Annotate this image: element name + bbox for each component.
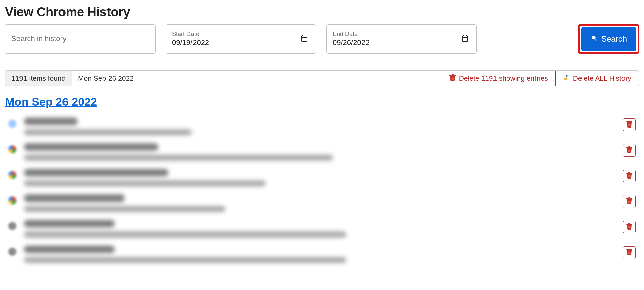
trash-icon (626, 146, 632, 154)
trash-icon (449, 74, 456, 83)
trash-icon (626, 223, 632, 231)
end-date-label: End Date (333, 31, 470, 38)
history-item-text (24, 246, 638, 263)
trash-icon (626, 197, 632, 206)
history-item-subtitle (24, 206, 225, 212)
magnifier-icon (591, 34, 598, 44)
svg-rect-16 (628, 175, 631, 177)
date-group-heading[interactable]: Mon Sep 26 2022 (5, 95, 97, 108)
history-scroll-area[interactable]: Mon Sep 26 2022 (5, 93, 639, 280)
favicon (8, 196, 16, 205)
history-item-text (24, 143, 638, 161)
start-date-field[interactable]: Start Date 09/19/2022 (166, 24, 316, 54)
delete-item-button[interactable] (623, 246, 636, 259)
start-date-value: 09/19/2022 (172, 38, 310, 47)
history-item-subtitle (24, 231, 346, 238)
history-item[interactable] (5, 191, 639, 217)
broom-icon (563, 74, 570, 83)
end-date-value: 09/26/2022 (333, 38, 470, 47)
delete-all-label: Delete ALL History (573, 74, 631, 82)
svg-rect-19 (628, 201, 631, 203)
trash-icon (626, 172, 632, 180)
delete-item-button[interactable] (623, 170, 636, 182)
history-item[interactable] (5, 217, 639, 242)
info-actions: Delete 1191 showing entries Delete ALL H… (442, 71, 639, 86)
favicon (8, 248, 16, 256)
svg-rect-12 (628, 146, 630, 147)
history-item[interactable] (5, 242, 639, 268)
search-row: Start Date 09/19/2022 End Date 09/26/202… (5, 24, 639, 54)
trash-icon (626, 121, 632, 129)
svg-rect-5 (565, 74, 568, 78)
page-title: View Chrome History (5, 5, 639, 20)
history-item-title (24, 220, 115, 227)
svg-rect-18 (628, 197, 630, 198)
history-item-text (24, 118, 638, 135)
delete-showing-label: Delete 1191 showing entries (459, 74, 548, 82)
svg-rect-21 (628, 223, 630, 224)
search-button[interactable]: Search (581, 27, 636, 51)
history-item-title (24, 118, 78, 125)
favicon (8, 222, 16, 230)
svg-rect-24 (628, 249, 630, 250)
history-item-text (24, 194, 638, 212)
favicon (8, 171, 16, 179)
history-item-text (24, 220, 638, 238)
history-item-title (24, 194, 125, 202)
history-item-title (24, 246, 115, 253)
svg-rect-9 (628, 121, 630, 122)
svg-rect-13 (628, 150, 631, 152)
divider (5, 64, 639, 64)
info-bar: 1191 items found Mon Sep 26 2022 Delete … (5, 70, 639, 86)
calendar-icon[interactable] (461, 34, 469, 44)
svg-rect-25 (628, 252, 631, 254)
svg-rect-3 (452, 74, 454, 75)
svg-rect-15 (628, 172, 630, 173)
history-item-text (24, 169, 638, 186)
svg-point-6 (563, 75, 564, 76)
start-date-label: Start Date (172, 31, 310, 38)
delete-item-button[interactable] (623, 195, 636, 208)
delete-item-button[interactable] (623, 118, 636, 131)
trash-icon (626, 249, 632, 257)
items-found-badge: 1191 items found (5, 71, 72, 86)
favicon (8, 145, 16, 153)
end-date-field[interactable]: End Date 09/26/2022 (326, 24, 477, 54)
delete-item-button[interactable] (623, 144, 636, 157)
favicon (8, 120, 16, 128)
history-item-subtitle (24, 129, 192, 135)
history-item-title (24, 169, 168, 176)
current-date-text: Mon Sep 26 2022 (72, 71, 442, 86)
search-button-highlight: Search (578, 24, 639, 54)
search-input[interactable] (11, 34, 149, 43)
history-item[interactable] (5, 114, 639, 140)
history-list (5, 114, 639, 268)
svg-rect-1 (594, 39, 597, 41)
search-button-label: Search (601, 34, 627, 44)
svg-point-0 (592, 36, 596, 39)
history-item-subtitle (24, 155, 333, 161)
history-item-title (24, 143, 158, 151)
svg-rect-10 (628, 124, 631, 126)
delete-showing-button[interactable]: Delete 1191 showing entries (442, 70, 555, 86)
delete-item-button[interactable] (623, 221, 636, 233)
svg-rect-22 (628, 226, 631, 228)
history-item[interactable] (5, 140, 639, 166)
svg-point-7 (565, 74, 565, 75)
history-item-subtitle (24, 257, 346, 263)
delete-all-button[interactable]: Delete ALL History (555, 70, 639, 86)
calendar-icon[interactable] (300, 34, 308, 44)
search-input-box[interactable] (5, 24, 156, 54)
history-item[interactable] (5, 166, 639, 191)
history-item-subtitle (24, 180, 266, 186)
svg-rect-4 (451, 78, 454, 80)
